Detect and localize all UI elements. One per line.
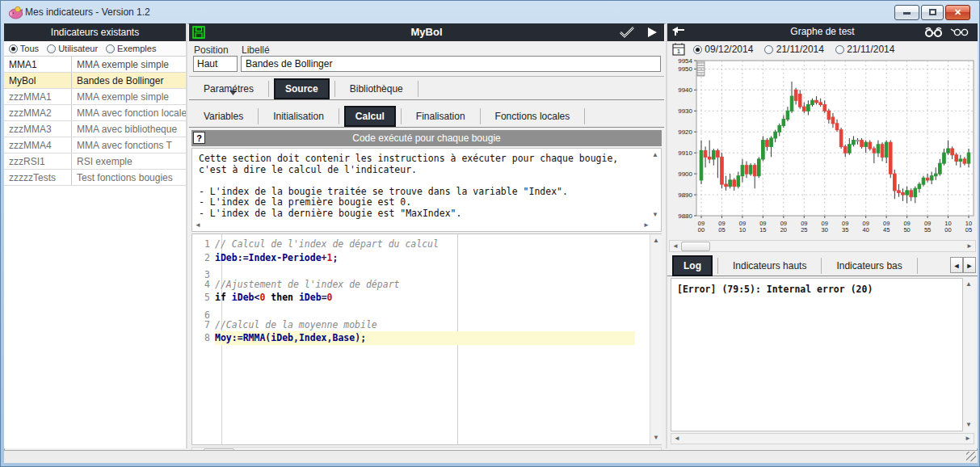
filter-radio-tous[interactable]: Tous [9, 44, 39, 53]
libelle-input[interactable]: Bandes de Bollinger [241, 56, 661, 72]
radio-icon[interactable] [693, 45, 702, 54]
run-icon[interactable] [646, 27, 658, 38]
code-line[interactable]: 6 [192, 305, 645, 318]
indicator-name: MyBol [4, 73, 72, 88]
code-token: , [293, 332, 299, 343]
spectacles-icon[interactable] [950, 27, 969, 37]
subtab-calcul[interactable]: Calcul [344, 106, 396, 127]
code-token: 0 [327, 292, 333, 303]
code-token: Moy [215, 332, 232, 343]
code-line[interactable]: 3 [192, 264, 645, 278]
code-line[interactable]: 5if iDeb<0 then iDeb=0 [192, 291, 645, 305]
resize-grip-icon[interactable] [966, 452, 976, 461]
list-item[interactable]: zzzMMA4MMA avec fonctions T [4, 137, 186, 154]
line-number: 1 [192, 238, 215, 250]
code-line[interactable]: 2iDeb:=Index-Periode+1; [192, 251, 645, 265]
chart-horizontal-scrollbar[interactable]: ◄ ► [669, 240, 976, 252]
code-content: //Ajustement de l'index de départ [215, 278, 635, 292]
code-content: // Calcul de l'index de départ du calcul [215, 238, 635, 251]
list-item[interactable]: zzzzzTestsTest fonctions bougies [4, 170, 186, 186]
log-tab-log[interactable]: Log [672, 255, 713, 276]
code-line[interactable]: 1// Calcul de l'index de départ du calcu… [192, 238, 645, 251]
date-radio-2[interactable]: 21/11/2014 [835, 44, 895, 55]
date-radio-1[interactable]: 21/11/2014 [764, 44, 824, 55]
desc-scroll-down-icon[interactable]: ▼ [652, 212, 658, 218]
tab-biblioth-que[interactable]: Bibliothèque [335, 78, 418, 99]
editor-scroll-up-icon[interactable]: ▲ [653, 238, 659, 244]
code-line[interactable]: 4//Ajustement de l'index de départ [192, 278, 645, 292]
subtab-finalisation[interactable]: Finalisation [402, 106, 480, 127]
svg-text:9950: 9950 [678, 65, 692, 73]
filter-radio-exemples[interactable]: Exemples [106, 44, 156, 53]
filter-radio-utilisateur[interactable]: Utilisateur [47, 44, 98, 53]
close-button[interactable]: ✕ [945, 5, 970, 20]
help-icon[interactable]: ? [193, 132, 205, 144]
desc-scroll-up-icon[interactable]: ▲ [652, 152, 658, 158]
log-scroll-right-icon[interactable]: ► [965, 435, 971, 442]
code-editor[interactable]: 1// Calcul de l'index de départ du calcu… [191, 234, 662, 445]
position-select[interactable]: Haut [193, 56, 238, 72]
code-token: Periode [282, 252, 321, 263]
list-item[interactable]: zzzRSI1RSI exemple [4, 154, 186, 170]
validate-icon[interactable] [619, 26, 635, 38]
log-horizontal-scrollbar[interactable]: ◄ ► [671, 433, 974, 444]
svg-text:9910: 9910 [678, 149, 692, 157]
code-content: iDeb:=Index-Periode+1; [215, 251, 635, 265]
log-scroll-up-icon[interactable]: ▲ [965, 281, 972, 288]
log-scroll-left-icon[interactable]: ◄ [674, 435, 680, 442]
radio-icon[interactable] [47, 44, 56, 53]
log-scroll-down-icon[interactable]: ▼ [965, 422, 972, 428]
chart-hscroll-thumb[interactable] [681, 242, 710, 251]
desc-scroll-left-icon[interactable]: ◄ [195, 222, 201, 229]
desc-scroll-right-icon[interactable]: ► [643, 222, 650, 229]
log-tabs: LogIndicateurs hautsIndicateurs bas ◄► [667, 255, 978, 276]
log-tab-indicateurs-bas[interactable]: Indicateurs bas [822, 255, 916, 276]
log-tabs-next-icon[interactable]: ► [963, 257, 976, 273]
editor-vertical-scrollbar[interactable]: ▲ ▼ [650, 234, 662, 444]
code-line[interactable]: 8Moy:=RMMA(iDeb,Index,Base); [192, 331, 645, 345]
svg-text:20: 20 [780, 226, 787, 234]
log-vertical-scrollbar[interactable]: ▲ ▼ [963, 278, 974, 431]
radio-icon[interactable] [835, 45, 844, 54]
glasses-icon[interactable] [924, 27, 944, 38]
tab-param-tres[interactable]: Paramétres [189, 78, 268, 99]
log-output[interactable]: [Error] (79:5): Internal error (20) [671, 278, 963, 431]
list-item[interactable]: zzzMMA2MMA avec fonction locale [4, 105, 186, 121]
chart-scroll-left-icon[interactable]: ◄ [672, 243, 679, 250]
date-label: 09/12/2014 [702, 44, 753, 55]
divider [189, 76, 664, 77]
list-item[interactable]: MMA1MMA exemple simple [4, 57, 186, 73]
section-help-bar: ? Code exécuté pour chaque bougie [191, 130, 662, 146]
libelle-label: Libellé [242, 44, 270, 56]
log-tabs-prev-icon[interactable]: ◄ [950, 257, 963, 273]
list-item[interactable]: MyBolBandes de Bollinger [4, 73, 186, 89]
calendar-icon[interactable]: 1 [672, 43, 686, 57]
subtab-initialisation[interactable]: Initialisation [259, 106, 339, 127]
maximize-button[interactable] [921, 5, 944, 20]
code-line[interactable]: 7//Calcul de la moyenne mobile [192, 318, 645, 332]
subtab-fonctions-locales[interactable]: Fonctions locales [481, 106, 585, 127]
log-tab-indicateurs-hauts[interactable]: Indicateurs hauts [718, 255, 821, 276]
indicator-desc: MMA avec bibliotheque [72, 121, 186, 137]
candlestick-chart[interactable]: 9954995099409930992099109900989098800900… [669, 57, 976, 238]
tab-separator [584, 108, 585, 124]
section-description-text: Cette section doit contenir les instruct… [199, 154, 618, 219]
line-number: 4 [192, 279, 215, 290]
indicator-name: zzzRSI1 [4, 154, 72, 169]
subtab-variables[interactable]: Variables [189, 106, 258, 127]
list-item[interactable]: zzzMMA1MMA exemple simple [4, 89, 186, 105]
list-item[interactable]: zzzMMA3MMA avec bibliotheque [4, 121, 186, 137]
tab-source[interactable]: Source [274, 78, 330, 99]
radio-icon[interactable] [9, 44, 18, 53]
title-bar[interactable]: Mes indicateurs - Version 1.2 ✕ [1, 1, 980, 23]
minimize-button[interactable] [894, 5, 919, 20]
date-radio-0[interactable]: 09/12/2014 [693, 44, 753, 55]
radio-icon[interactable] [106, 44, 115, 53]
line-number: 5 [192, 292, 215, 303]
svg-text:15: 15 [759, 226, 766, 234]
svg-text:9930: 9930 [678, 107, 692, 115]
chart-scroll-right-icon[interactable]: ► [966, 243, 973, 250]
code-lines: 1// Calcul de l'index de départ du calcu… [192, 238, 645, 345]
radio-icon[interactable] [764, 45, 773, 54]
editor-scroll-down-icon[interactable]: ▼ [653, 435, 659, 441]
